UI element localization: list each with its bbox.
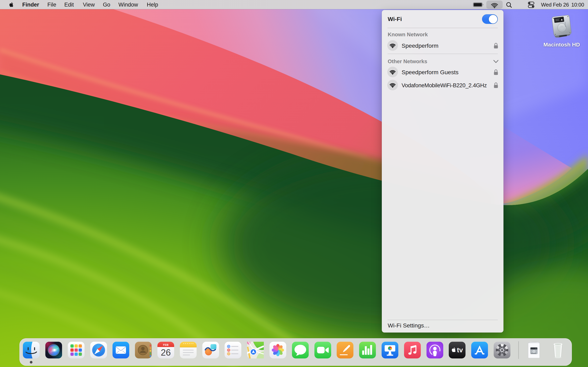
- svg-text:tv: tv: [457, 346, 463, 354]
- svg-text:FEB: FEB: [163, 343, 169, 346]
- svg-text:26: 26: [161, 347, 171, 358]
